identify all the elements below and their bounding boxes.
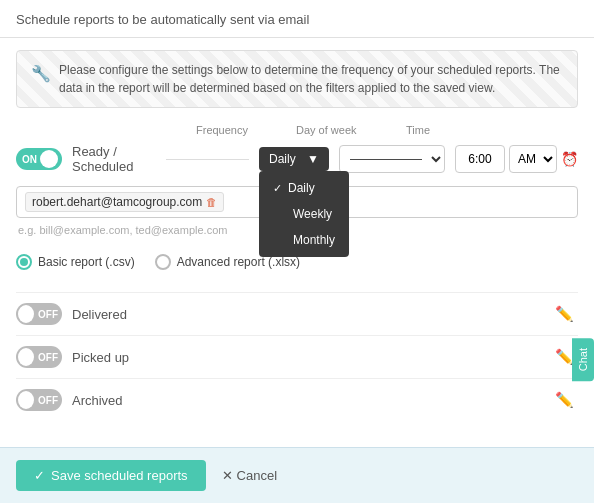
tag-remove-button[interactable]: 🗑 <box>206 196 217 208</box>
time-input[interactable] <box>455 145 505 173</box>
email-tag-text: robert.dehart@tamcogroup.com <box>32 195 202 209</box>
pickedup-toggle[interactable]: OFF <box>16 346 62 368</box>
toggle-circle-pickedup <box>18 348 34 366</box>
toggle-off-label-archived: OFF <box>38 395 58 406</box>
radio-basic-circle <box>16 254 32 270</box>
frequency-option-weekly[interactable]: Weekly <box>259 201 349 227</box>
day-of-week-select[interactable]: —————— Monday Tuesday Wednesday Thursday… <box>339 145 445 173</box>
page-title-text: Schedule reports to be automatically sen… <box>16 12 309 27</box>
divider <box>166 159 250 160</box>
chat-tab[interactable]: Chat <box>572 338 594 381</box>
report-row-archived: OFF Archived ✏️ <box>16 378 578 421</box>
save-check-icon: ✓ <box>34 468 45 483</box>
radio-basic-label: Basic report (.csv) <box>38 255 135 269</box>
archived-edit-icon[interactable]: ✏️ <box>555 391 574 409</box>
frequency-option-monthly[interactable]: Monthly <box>259 227 349 253</box>
radio-advanced-label: Advanced report (.xlsx) <box>177 255 300 269</box>
footer-bar: ✓ Save scheduled reports ✕ Cancel <box>0 447 594 503</box>
frequency-col-header: Frequency <box>196 124 286 136</box>
delivered-edit-icon[interactable]: ✏️ <box>555 305 574 323</box>
frequency-col: Daily ▼ ✓ Daily Weekly <box>259 147 329 171</box>
chat-label: Chat <box>577 348 589 371</box>
radio-advanced-circle <box>155 254 171 270</box>
frequency-button[interactable]: Daily ▼ <box>259 147 329 171</box>
page-container: Schedule reports to be automatically sen… <box>0 0 594 503</box>
monthly-label: Monthly <box>293 233 335 247</box>
email-tag: robert.dehart@tamcogroup.com 🗑 <box>25 192 224 212</box>
warning-text: Please configure the settings below to d… <box>59 61 563 97</box>
time-col-header: Time <box>406 124 476 136</box>
frequency-dropdown: Daily ▼ ✓ Daily Weekly <box>259 147 329 171</box>
weekly-label: Weekly <box>293 207 332 221</box>
warning-icon: 🔧 <box>31 62 51 86</box>
daily-label: Daily <box>288 181 315 195</box>
dropdown-arrow: ▼ <box>307 152 319 166</box>
report-row-delivered: OFF Delivered ✏️ <box>16 292 578 335</box>
check-icon: ✓ <box>273 182 282 195</box>
day-of-week-col: —————— Monday Tuesday Wednesday Thursday… <box>339 145 445 173</box>
frequency-option-daily[interactable]: ✓ Daily <box>259 175 349 201</box>
delivered-toggle[interactable]: OFF <box>16 303 62 325</box>
frequency-selected: Daily <box>269 152 296 166</box>
frequency-dropdown-menu: ✓ Daily Weekly Monthly <box>259 171 349 257</box>
ampm-select[interactable]: AM PM <box>509 145 557 173</box>
toggle-off-label-delivered: OFF <box>38 309 58 320</box>
report-row-pickedup: OFF Picked up ✏️ <box>16 335 578 378</box>
toggle-on-label: ON <box>22 154 37 165</box>
cancel-label: Cancel <box>237 468 277 483</box>
save-button[interactable]: ✓ Save scheduled reports <box>16 460 206 491</box>
clock-icon: ⏰ <box>561 151 578 167</box>
pickedup-label: Picked up <box>72 350 545 365</box>
cancel-button[interactable]: ✕ Cancel <box>222 468 277 483</box>
toggle-circle-delivered <box>18 305 34 323</box>
toggle-circle-archived <box>18 391 34 409</box>
main-content: 🔧 Please configure the settings below to… <box>0 38 594 447</box>
archived-label: Archived <box>72 393 545 408</box>
save-label: Save scheduled reports <box>51 468 188 483</box>
time-group: AM PM ⏰ <box>455 145 578 173</box>
delivered-label: Delivered <box>72 307 545 322</box>
schedule-toggle[interactable]: ON <box>16 148 62 170</box>
toggle-off-label-pickedup: OFF <box>38 352 58 363</box>
toggle-circle <box>40 150 58 168</box>
day-col-header: Day of week <box>296 124 396 136</box>
status-label: Ready / Scheduled <box>72 144 156 174</box>
page-title: Schedule reports to be automatically sen… <box>0 0 594 38</box>
schedule-row: ON Ready / Scheduled Daily ▼ ✓ Daily <box>16 144 578 174</box>
radio-basic[interactable]: Basic report (.csv) <box>16 254 135 270</box>
time-col: AM PM ⏰ <box>455 145 578 173</box>
archived-toggle[interactable]: OFF <box>16 389 62 411</box>
warning-banner: 🔧 Please configure the settings below to… <box>16 50 578 108</box>
cancel-x-icon: ✕ <box>222 468 233 483</box>
